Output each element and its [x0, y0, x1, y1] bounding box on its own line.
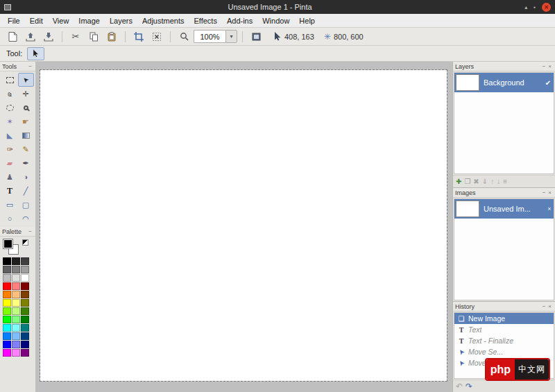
palette-color-11[interactable] [21, 282, 29, 290]
tool-magic-wand[interactable]: ✶ [2, 114, 18, 128]
tool-text[interactable]: T [2, 184, 18, 198]
palette-color-7[interactable] [12, 274, 20, 282]
duplicate-layer-button[interactable]: ❐ [464, 178, 470, 185]
palette-color-5[interactable] [21, 266, 29, 273]
palette-color-28[interactable] [12, 332, 20, 340]
tool-gradient[interactable] [18, 128, 34, 142]
palette-color-30[interactable] [3, 341, 11, 348]
canvas[interactable] [40, 70, 447, 381]
palette-color-3[interactable] [3, 266, 11, 273]
tool-paintbrush[interactable]: ✑ [2, 142, 18, 156]
tool-rounded-rectangle[interactable]: ▢ [18, 198, 34, 212]
crop-to-selection-button[interactable] [130, 29, 147, 44]
layer-visibility-checkbox[interactable]: ✔ [543, 79, 554, 87]
layer-properties-button[interactable]: ≡ [503, 178, 507, 185]
tool-freeform-shape[interactable]: ◠ [18, 212, 34, 225]
close-window-button[interactable]: ✕ [542, 3, 551, 12]
shade-window-icon[interactable]: ▴ [524, 4, 527, 10]
redo-history-icon[interactable]: ↷ [466, 382, 472, 391]
palette-color-22[interactable] [12, 316, 20, 323]
cut-button[interactable]: ✂ [67, 29, 84, 44]
current-tool-button[interactable] [27, 47, 44, 60]
move-layer-down-button[interactable]: ↓ [497, 178, 500, 185]
palette-color-35[interactable] [21, 349, 29, 357]
palette-panel-minimize-icon[interactable]: − [27, 228, 33, 235]
images-panel-close-icon[interactable]: × [547, 189, 553, 196]
delete-layer-button[interactable]: ✖ [473, 178, 479, 185]
palette-color-24[interactable] [3, 324, 11, 332]
menu-file[interactable]: File [3, 15, 25, 27]
image-row-unsaved[interactable]: Unsaved Im... × [454, 199, 554, 219]
palette-color-6[interactable] [3, 274, 11, 282]
palette-color-32[interactable] [21, 341, 29, 348]
menu-effects[interactable]: Effects [189, 15, 222, 27]
palette-color-20[interactable] [21, 307, 29, 315]
menu-image[interactable]: Image [74, 15, 105, 27]
palette-color-0[interactable] [3, 257, 11, 265]
palette-color-34[interactable] [12, 349, 20, 357]
palette-color-18[interactable] [3, 307, 11, 315]
menu-help[interactable]: Help [294, 15, 320, 27]
palette-color-14[interactable] [21, 291, 29, 298]
new-image-button[interactable] [4, 29, 21, 44]
history-panel-close-icon[interactable]: × [547, 303, 553, 309]
app-window-icon[interactable] [4, 4, 11, 10]
palette-color-10[interactable] [12, 282, 20, 290]
tool-clone-stamp[interactable]: ♟ [2, 170, 18, 184]
copy-button[interactable] [85, 29, 102, 44]
palette-color-25[interactable] [12, 324, 20, 332]
tool-zoom[interactable] [18, 101, 34, 114]
tool-recolor[interactable]: ◑ [18, 170, 34, 184]
history-item-3[interactable]: ➤Move Se... [454, 346, 554, 357]
palette-color-2[interactable] [21, 257, 29, 265]
palette-color-19[interactable] [12, 307, 20, 315]
primary-color-swatch[interactable] [3, 239, 13, 249]
zoom-button[interactable] [176, 29, 192, 44]
menu-add-ins[interactable]: Add-ins [222, 15, 257, 27]
tool-ellipse-select[interactable] [2, 101, 18, 114]
merge-layer-down-button[interactable]: ⇓ [482, 178, 488, 185]
tools-panel-minimize-icon[interactable]: − [27, 63, 33, 69]
layers-panel-minimize-icon[interactable]: − [541, 63, 547, 69]
zoom-dropdown-button[interactable]: ▾ [225, 30, 237, 43]
layer-row-background[interactable]: Background ✔ [454, 73, 554, 92]
palette-color-16[interactable] [12, 299, 20, 307]
tool-rectangle-select[interactable] [2, 73, 18, 87]
tool-paint-bucket[interactable]: ◣ [2, 128, 18, 142]
images-panel-minimize-icon[interactable]: − [541, 189, 547, 196]
history-item-1[interactable]: TText [454, 324, 554, 335]
tool-eraser[interactable]: ▰ [2, 156, 18, 170]
palette-color-17[interactable] [21, 299, 29, 307]
palette-color-23[interactable] [21, 316, 29, 323]
close-image-icon[interactable]: × [545, 205, 554, 212]
history-item-2[interactable]: TText - Finalize [454, 335, 554, 346]
tool-pencil[interactable]: ✎ [18, 142, 34, 156]
menu-window[interactable]: Window [257, 15, 294, 27]
maximize-window-icon[interactable]: ▪ [533, 4, 536, 10]
deselect-button[interactable] [148, 29, 165, 44]
menu-adjustments[interactable]: Adjustments [137, 15, 189, 27]
paste-button[interactable] [103, 29, 120, 44]
tool-line-curve[interactable]: ╱ [18, 184, 34, 198]
add-layer-button[interactable]: ✚ [456, 178, 461, 185]
tool-move-selection[interactable]: ✛ [18, 87, 34, 101]
palette-color-12[interactable] [3, 291, 11, 298]
fit-to-window-button[interactable] [248, 29, 264, 44]
tool-color-picker[interactable]: ✒ [18, 156, 34, 170]
palette-color-1[interactable] [12, 257, 20, 265]
palette-color-29[interactable] [21, 332, 29, 340]
history-panel-minimize-icon[interactable]: − [541, 303, 547, 309]
move-layer-up-button[interactable]: ↑ [490, 178, 494, 185]
zoom-input[interactable] [194, 30, 225, 43]
palette-color-26[interactable] [21, 324, 29, 332]
palette-color-33[interactable] [3, 349, 11, 357]
tool-move-selected[interactable]: ➤ [18, 73, 34, 87]
undo-history-icon[interactable]: ↶ [456, 382, 463, 391]
tool-ellipse[interactable]: ○ [2, 212, 18, 225]
tool-rectangle[interactable]: ▭ [2, 198, 18, 212]
palette-color-31[interactable] [12, 341, 20, 348]
palette-color-21[interactable] [3, 316, 11, 323]
palette-color-15[interactable] [3, 299, 11, 307]
menu-layers[interactable]: Layers [105, 15, 137, 27]
tool-pan[interactable]: ☛ [18, 114, 34, 128]
